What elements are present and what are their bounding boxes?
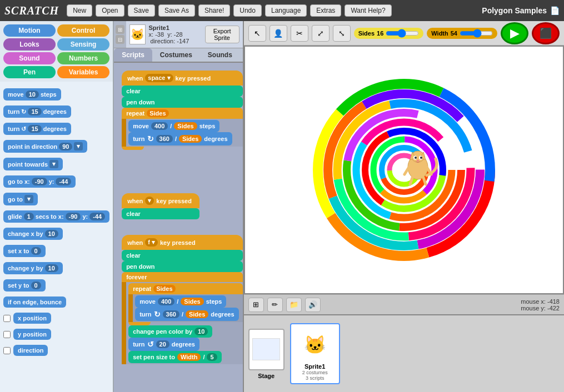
checkbox-direction: direction — [3, 343, 109, 358]
block-change-pen-color[interactable]: change pen color by 10 — [128, 325, 212, 338]
checkbox-y-position-input[interactable] — [3, 331, 11, 338]
mouse-info: mouse x: -418 mouse y: -422 — [521, 298, 560, 311]
project-name-area: Polygon Samples 📄 — [482, 6, 560, 15]
stage-paint-btn[interactable]: ✏ — [267, 298, 283, 312]
category-sound[interactable]: Sound — [3, 52, 56, 64]
block-x-position[interactable]: x position — [13, 313, 51, 324]
stage-area: .arc { fill: none; stroke-width: 18; } — [244, 46, 564, 294]
block-pen-down-3[interactable]: pen down — [122, 261, 243, 272]
block-set-x[interactable]: set x to 0 — [3, 245, 46, 257]
block-pen-down-1[interactable]: pen down — [122, 97, 243, 108]
stage-toolbar: ↖ 👤 ✂ ⤢ ⤡ Sides 16 Width 54 ▶ ⬛ — [244, 21, 564, 46]
project-name: Polygon Samples — [482, 6, 547, 15]
undo-button[interactable]: Undo — [233, 4, 262, 17]
script-tabs: Scripts Costumes Sounds — [114, 48, 243, 63]
tool-scissors[interactable]: ✂ — [291, 25, 308, 42]
sprite-card-costumes: 2 costumes — [302, 370, 328, 375]
block-bounce[interactable]: if on edge, bounce — [3, 296, 66, 308]
mouse-x: -418 — [547, 298, 560, 305]
block-change-x[interactable]: change x by 10 — [3, 228, 63, 240]
checkbox-y-position: y position — [3, 327, 109, 341]
main-area: Motion Control Looks Sensing Sound Numbe… — [0, 21, 564, 392]
sides-value: 16 — [377, 30, 383, 37]
tool-stamp[interactable]: 👤 — [269, 25, 287, 42]
block-set-pen-size[interactable]: set pen size to Width / 5 — [128, 351, 221, 363]
block-clear-1[interactable]: clear — [122, 86, 243, 97]
hat-block-1[interactable]: when space ▾ key pressed — [122, 71, 243, 86]
sides-slider[interactable] — [386, 29, 419, 38]
block-y-position[interactable]: y position — [13, 329, 51, 340]
block-turn-cw[interactable]: turn ↻ 15 degrees — [3, 105, 71, 118]
block-direction[interactable]: direction — [13, 345, 48, 356]
language-button[interactable]: Language — [265, 4, 307, 17]
stage-folder-btn[interactable]: 📁 — [286, 298, 302, 312]
width-slider-area: Width 54 — [427, 28, 497, 39]
category-pen[interactable]: Pen — [3, 66, 56, 78]
stop-button[interactable]: ⬛ — [532, 22, 560, 44]
share-button[interactable]: Share! — [198, 4, 230, 17]
block-turn-ccw[interactable]: turn ↺ 15 degrees — [3, 123, 71, 135]
repeat-header-1[interactable]: repeat Sides — [122, 108, 243, 119]
block-move-steps[interactable]: move 10 steps — [3, 88, 61, 100]
block-turn-ccw-3[interactable]: turn ↺ 20 degrees — [128, 338, 199, 351]
extras-button[interactable]: Extras — [310, 4, 341, 17]
new-button[interactable]: New — [67, 4, 92, 17]
help-button[interactable]: Want Help? — [345, 4, 391, 17]
sprite-card-scripts: 3 scripts — [306, 375, 325, 381]
svg-point-37 — [417, 160, 419, 162]
category-numbers[interactable]: Numbers — [57, 52, 109, 64]
block-palette: Motion Control Looks Sensing Sound Numbe… — [0, 21, 114, 392]
tab-sounds[interactable]: Sounds — [200, 48, 240, 62]
block-go-to[interactable]: go to ▾ — [3, 193, 38, 205]
stage-fit-btn[interactable]: ⊞ — [248, 298, 264, 312]
block-clear-2[interactable]: clear — [122, 208, 199, 219]
block-clear-3[interactable]: clear — [122, 250, 243, 261]
checkbox-direction-input[interactable] — [3, 347, 11, 354]
svg-point-35 — [415, 157, 417, 159]
stage-background — [252, 338, 280, 360]
sprites-panel: Stage 🐱 Sprite1 2 costumes 3 scripts — [244, 314, 564, 392]
block-move-1[interactable]: move 400 / Sides steps — [128, 120, 219, 132]
block-go-to-xy[interactable]: go to x: -90 y: -44 — [3, 175, 76, 188]
save-button[interactable]: Save — [128, 4, 155, 17]
save-as-button[interactable]: Save As — [158, 4, 195, 17]
export-sprite-button[interactable]: Export Sprite — [205, 26, 239, 43]
block-turn-3[interactable]: turn ↻ 360 / Sides degrees — [135, 308, 238, 321]
stage-sound-btn[interactable]: 🔊 — [305, 298, 321, 312]
tool-pointer[interactable]: ↖ — [248, 25, 266, 42]
block-glide[interactable]: glide 1 secs to x: -90 y: -44 — [3, 210, 109, 223]
forever-header[interactable]: forever — [122, 272, 243, 282]
repeat-foot-1 — [122, 147, 144, 150]
category-control[interactable]: Control — [57, 24, 109, 37]
repeat-header-3[interactable]: repeat Sides — [128, 283, 243, 294]
svg-line-38 — [405, 167, 409, 174]
block-turn-1[interactable]: turn ↻ 360 / Sides degrees — [128, 132, 232, 145]
category-looks[interactable]: Looks — [3, 38, 56, 51]
checkbox-x-position-input[interactable] — [3, 315, 11, 322]
tool-expand[interactable]: ⤢ — [312, 25, 330, 42]
scripts-canvas[interactable]: when space ▾ key pressed clear pen down … — [114, 63, 243, 392]
tool-shrink[interactable]: ⤡ — [333, 25, 351, 42]
block-set-y[interactable]: set y to 0 — [3, 279, 46, 292]
block-point-direction[interactable]: point in direction 90 ▾ — [3, 140, 87, 153]
expand-up-btn[interactable]: ⊞ — [116, 25, 124, 34]
script-group-2: when ▾ key pressed clear — [122, 193, 199, 219]
block-point-towards[interactable]: point towards ▾ — [3, 158, 63, 170]
tab-scripts[interactable]: Scripts — [114, 48, 152, 62]
stage-card[interactable] — [248, 329, 285, 370]
hat-block-3[interactable]: when f ▾ key pressed — [122, 235, 243, 250]
category-motion[interactable]: Motion — [3, 24, 56, 37]
mouse-y: -422 — [547, 305, 560, 311]
block-move-3[interactable]: move 400 / Sides steps — [135, 295, 226, 308]
go-button[interactable]: ▶ — [501, 22, 528, 44]
block-change-y[interactable]: change y by 10 — [3, 262, 63, 274]
svg-point-36 — [420, 157, 422, 159]
category-sensing[interactable]: Sensing — [57, 38, 109, 51]
expand-down-btn[interactable]: ⊟ — [116, 35, 124, 44]
open-button[interactable]: Open — [96, 4, 124, 17]
hat-block-2[interactable]: when ▾ key pressed — [122, 193, 199, 208]
tab-costumes[interactable]: Costumes — [152, 48, 200, 62]
category-variables[interactable]: Variables — [57, 66, 109, 78]
width-slider[interactable] — [460, 29, 493, 38]
sprite-card-sprite1[interactable]: 🐱 Sprite1 2 costumes 3 scripts — [290, 323, 340, 384]
